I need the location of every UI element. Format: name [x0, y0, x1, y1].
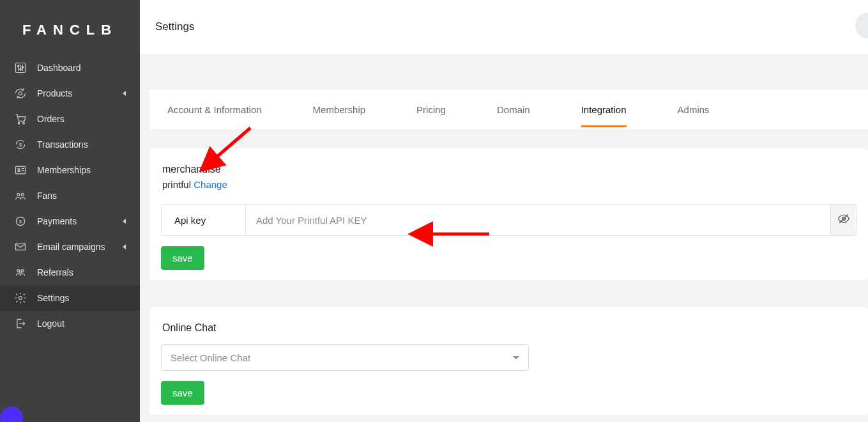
- exit-icon: [14, 317, 27, 330]
- sidebar-item-label: Transactions: [37, 139, 126, 150]
- group-icon: [14, 266, 27, 279]
- sidebar-item-transactions[interactable]: $ Transactions: [0, 132, 140, 157]
- page-title: Settings: [155, 20, 194, 33]
- refresh-gear-icon: [14, 87, 27, 100]
- svg-point-23: [19, 297, 22, 300]
- tab-integration[interactable]: Integration: [581, 91, 627, 127]
- sidebar-item-label: Products: [37, 88, 112, 98]
- chevron-down-icon: [513, 356, 519, 359]
- chevron-left-icon: [123, 219, 126, 224]
- merchandise-card: merchandise printful Change Api key save: [149, 148, 868, 280]
- tab-admins[interactable]: Admins: [678, 91, 710, 127]
- sidebar-item-fans[interactable]: Fans: [0, 183, 140, 208]
- svg-text:$: $: [19, 219, 22, 224]
- merchandise-provider-row: printful Change: [162, 179, 857, 190]
- sidebar-item-dashboard[interactable]: Dashboard: [0, 55, 140, 81]
- coin-icon: $: [14, 215, 27, 228]
- tab-account-information[interactable]: Account & Information: [167, 91, 262, 127]
- sliders-icon: [14, 61, 27, 74]
- api-key-input[interactable]: [246, 205, 830, 235]
- sidebar-item-label: Settings: [37, 293, 126, 303]
- sidebar-item-label: Orders: [37, 114, 126, 124]
- nav: Dashboard Products Orders $ Transactions: [0, 55, 140, 336]
- page-header: Settings: [140, 0, 868, 54]
- tab-pricing[interactable]: Pricing: [416, 91, 446, 127]
- sidebar-item-label: Dashboard: [37, 63, 126, 73]
- people-icon: [14, 189, 27, 202]
- svg-text:$: $: [19, 142, 22, 148]
- toggle-visibility-button[interactable]: [830, 205, 856, 235]
- tab-domain[interactable]: Domain: [497, 91, 530, 127]
- settings-tabs: Account & Information Membership Pricing…: [149, 90, 868, 129]
- svg-point-7: [19, 92, 22, 95]
- sidebar-item-label: Logout: [37, 318, 126, 329]
- svg-point-9: [23, 122, 25, 124]
- svg-point-22: [19, 270, 22, 273]
- online-chat-select-placeholder: Select Online Chat: [171, 352, 250, 363]
- sidebar-item-settings[interactable]: Settings: [0, 285, 140, 311]
- avatar[interactable]: [855, 13, 868, 38]
- sidebar-item-referrals[interactable]: Referrals: [0, 260, 140, 285]
- online-chat-card: Online Chat Select Online Chat save: [149, 307, 868, 415]
- svg-point-16: [21, 193, 24, 196]
- sidebar-item-label: Payments: [37, 216, 112, 226]
- cart-icon: [14, 113, 27, 125]
- sidebar: FANCLB Dashboard Products Orders $ T: [0, 0, 140, 422]
- online-chat-heading: Online Chat: [162, 322, 857, 334]
- brand-logo: FANCLB: [0, 0, 140, 55]
- chevron-left-icon: [123, 91, 126, 96]
- save-online-chat-button[interactable]: save: [161, 381, 204, 405]
- help-launcher[interactable]: [0, 407, 23, 422]
- sidebar-item-label: Email campaigns: [37, 242, 112, 252]
- id-card-icon: [14, 164, 27, 176]
- api-key-label: Api key: [162, 205, 246, 235]
- sidebar-item-label: Fans: [37, 191, 126, 201]
- merchandise-heading: merchandise: [162, 164, 857, 175]
- tab-membership[interactable]: Membership: [313, 91, 366, 127]
- svg-point-8: [18, 122, 20, 124]
- sidebar-item-logout[interactable]: Logout: [0, 311, 140, 336]
- save-merchandise-button[interactable]: save: [161, 246, 204, 270]
- eye-off-icon: [837, 212, 850, 228]
- api-key-row: Api key: [161, 204, 857, 236]
- online-chat-select[interactable]: Select Online Chat: [161, 344, 529, 371]
- svg-point-12: [18, 169, 20, 171]
- mail-icon: [14, 240, 27, 253]
- svg-rect-19: [16, 244, 26, 250]
- change-provider-link[interactable]: Change: [194, 179, 227, 190]
- merchandise-provider: printful: [162, 179, 191, 190]
- sidebar-item-orders[interactable]: Orders: [0, 106, 140, 132]
- sidebar-item-label: Referrals: [37, 267, 126, 277]
- svg-point-15: [17, 193, 20, 196]
- gear-icon: [14, 292, 27, 304]
- sidebar-item-memberships[interactable]: Memberships: [0, 157, 140, 183]
- sidebar-item-payments[interactable]: $ Payments: [0, 208, 140, 234]
- sidebar-item-email-campaigns[interactable]: Email campaigns: [0, 234, 140, 260]
- chevron-left-icon: [123, 244, 126, 249]
- sidebar-item-label: Memberships: [37, 165, 126, 175]
- dollar-sync-icon: $: [14, 138, 27, 151]
- svg-rect-11: [16, 166, 26, 174]
- sidebar-item-products[interactable]: Products: [0, 81, 140, 106]
